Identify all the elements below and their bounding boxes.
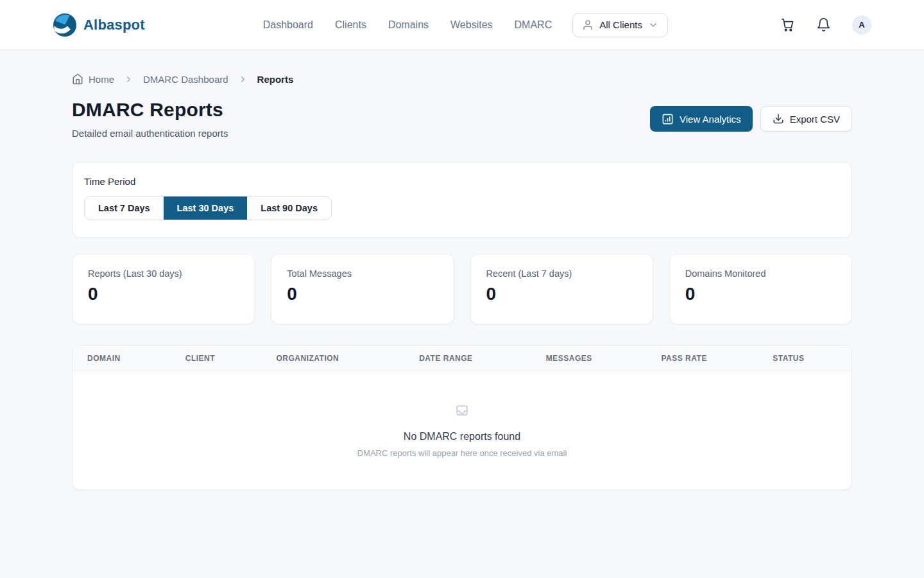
stat-value: 0 [685,284,836,304]
view-analytics-button[interactable]: View Analytics [650,106,753,132]
empty-state: No DMARC reports found DMARC reports wil… [73,371,851,489]
client-selector-value: All Clients [599,19,642,30]
download-icon [773,113,784,125]
time-period-last-90-days[interactable]: Last 90 Days [247,197,331,220]
breadcrumb-home[interactable]: Home [72,73,114,85]
time-period-card: Time Period Last 7 Days Last 30 Days Las… [72,162,852,238]
brand-name: Albaspot [83,17,145,33]
column-header-status: STATUS [773,354,851,363]
nav-item-dashboard[interactable]: Dashboard [263,19,313,31]
stat-label: Reports (Last 30 days) [88,268,239,279]
client-selector-dropdown[interactable]: All Clients [572,13,668,37]
column-header-pass-rate: PASS RATE [661,354,773,363]
export-csv-label: Export CSV [790,114,840,125]
user-avatar[interactable]: A [852,15,871,35]
stat-label: Recent (Last 7 days) [486,268,637,279]
nav-item-clients[interactable]: Clients [335,19,366,31]
nav-item-domains[interactable]: Domains [388,19,429,31]
bell-icon [816,17,831,32]
inbox-icon [455,403,469,417]
chevron-right-icon [124,74,133,84]
stat-card-reports: Reports (Last 30 days) 0 [72,254,255,324]
brand-logo[interactable]: Albaspot [53,13,145,37]
cart-icon [780,17,795,32]
page-title: DMARC Reports [72,99,228,121]
chevron-right-icon [238,74,248,84]
stat-card-total-messages: Total Messages 0 [271,254,454,324]
page-head: DMARC Reports Detailed email authenticat… [72,99,852,139]
empty-state-title: No DMARC reports found [73,431,851,442]
export-csv-button[interactable]: Export CSV [760,106,852,132]
nav-item-websites[interactable]: Websites [450,19,493,31]
main-content: Home DMARC Dashboard Reports DMARC Repor… [72,50,852,490]
time-period-last-30-days[interactable]: Last 30 Days [164,197,248,220]
bar-chart-icon [662,113,674,125]
column-header-organization: ORGANIZATION [277,354,420,363]
notifications-button[interactable] [816,17,831,32]
stat-card-recent: Recent (Last 7 days) 0 [470,254,653,324]
reports-table-card: DOMAIN CLIENT ORGANIZATION DATE RANGE ME… [72,345,852,490]
page-title-block: DMARC Reports Detailed email authenticat… [72,99,228,139]
table-header-row: DOMAIN CLIENT ORGANIZATION DATE RANGE ME… [73,346,851,371]
column-header-domain: DOMAIN [87,354,185,363]
page-subtitle: Detailed email authentication reports [72,128,228,139]
stat-value: 0 [88,284,239,304]
stats-row: Reports (Last 30 days) 0 Total Messages … [72,254,852,324]
chevron-down-icon [648,20,658,30]
cart-button[interactable] [780,17,795,32]
time-period-last-7-days[interactable]: Last 7 Days [85,197,164,220]
column-header-date-range: DATE RANGE [419,354,546,363]
stat-label: Total Messages [287,268,438,279]
header-actions: A [780,15,871,35]
breadcrumb: Home DMARC Dashboard Reports [72,50,852,85]
page-actions: View Analytics Export CSV [650,106,852,132]
albaspot-logo-icon [53,13,77,37]
breadcrumb-dmarc-dashboard[interactable]: DMARC Dashboard [143,74,228,85]
nav-item-dmarc[interactable]: DMARC [515,19,552,31]
stat-value: 0 [486,284,637,304]
user-icon [582,19,594,31]
stat-label: Domains Monitored [685,268,836,279]
column-header-client: CLIENT [185,354,277,363]
view-analytics-label: View Analytics [680,114,741,125]
empty-state-subtitle: DMARC reports will appear here once rece… [73,448,851,458]
main-nav: Dashboard Clients Domains Websites DMARC [263,19,552,31]
time-period-segmented-control: Last 7 Days Last 30 Days Last 90 Days [84,196,332,220]
time-period-label: Time Period [84,176,840,187]
home-icon [72,73,83,85]
app-header: Albaspot Dashboard Clients Domains Websi… [0,0,924,50]
breadcrumb-home-label: Home [89,74,114,85]
stat-value: 0 [287,284,438,304]
breadcrumb-current: Reports [257,74,294,85]
column-header-messages: MESSAGES [546,354,662,363]
stat-card-domains-monitored: Domains Monitored 0 [669,254,852,324]
